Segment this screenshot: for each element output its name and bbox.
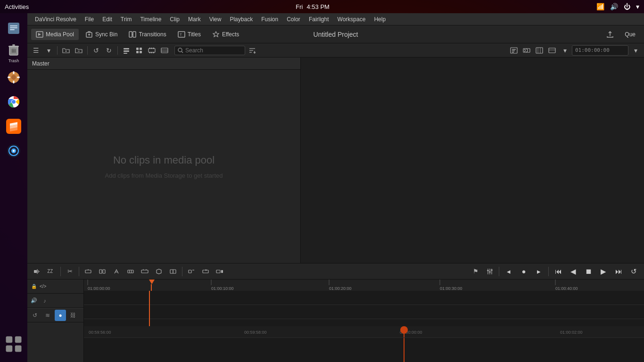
media-pool-panel: Master No clips in media pool Add clips … [27,58,301,263]
svg-rect-31 [129,32,132,37]
refresh-button[interactable]: ↺ [91,45,102,56]
tl-flag-button[interactable]: ⚑ [470,265,482,278]
options-dropdown-button[interactable]: ▾ [559,45,570,56]
tl-edit2-button[interactable] [199,265,212,278]
waveform-btn[interactable]: ≋ [42,310,53,321]
auto-select-btn[interactable]: ↺ [29,310,41,321]
quick-export-button[interactable]: Que [620,29,640,40]
effects-label: Effects [222,31,239,38]
power-icon[interactable]: ⏻ [624,3,630,10]
svg-rect-28 [15,346,22,352]
dock-item-davinci[interactable] [3,140,24,161]
timeline-zz-button[interactable]: ZZ [45,265,58,278]
audio-view-button[interactable] [521,45,532,56]
dock-item-trash[interactable]: Trash [3,42,24,63]
svg-rect-48 [153,52,154,53]
time-label: 4:53 PM [307,3,330,10]
activities-label[interactable]: Activities [5,3,29,10]
timeline-audio-icon[interactable] [31,265,43,278]
media-pool-button[interactable]: Media Pool [31,29,79,40]
track-music-btn[interactable]: ♪ [40,296,50,305]
add-folder-button[interactable] [60,45,72,56]
skip-to-start-button[interactable]: ⏮ [552,265,565,278]
svg-rect-25 [6,337,13,343]
ruler2-mark-2: 00:59:58:00 [244,330,267,335]
dock: Trash [0,13,27,362]
tl-tool6-button[interactable] [153,265,165,278]
menu-davinci[interactable]: DaVinci Resolve [31,15,80,24]
upload-button[interactable] [604,28,616,41]
redo-button[interactable]: ↻ [103,45,115,56]
play-button[interactable]: ▶ [597,265,610,278]
menu-color[interactable]: Color [283,15,304,24]
view-list2-button[interactable] [159,45,170,56]
tl-edit3-button[interactable] [214,265,226,278]
menu-mark[interactable]: Mark [184,15,205,24]
arrow-down-icon[interactable]: ▾ [636,3,639,10]
tl-tool2-button[interactable] [96,265,108,278]
transitions-button[interactable]: Transitions [124,29,171,40]
menu-fairlight[interactable]: Fairlight [305,15,333,24]
dock-item-settings[interactable] [3,67,24,88]
link-btn[interactable]: ⛓ [67,310,79,321]
panel-toggle-button[interactable]: ☰ [30,45,41,56]
ruler-ticks [84,280,644,291]
dock-item-sublime[interactable] [3,116,24,137]
clip-options-button[interactable] [546,45,558,56]
nav-prev-button[interactable]: ◂ [502,265,515,278]
stop-button[interactable]: ⏹ [582,265,595,278]
skip-to-end-button[interactable]: ⏭ [612,265,625,278]
sync-bin-button[interactable]: Sync Bin [81,29,122,40]
svg-rect-85 [221,270,223,273]
titles-button[interactable]: T Titles [173,29,206,40]
nav-next-button[interactable]: ▸ [532,265,545,278]
wifi-icon[interactable]: 📶 [596,3,604,10]
snap-btn[interactable]: ● [55,310,66,321]
tl-tool4-button[interactable] [124,265,137,278]
panel-toggle-down-button[interactable]: ▾ [43,45,54,56]
menu-trim[interactable]: Trim [117,15,136,24]
effects-button[interactable]: Effects [207,29,244,40]
search-box[interactable] [174,46,245,55]
nav-marker-button[interactable]: ● [517,265,530,278]
menu-file[interactable]: File [81,15,98,24]
menu-clip[interactable]: Clip [166,15,183,24]
metadata-button[interactable] [508,45,520,56]
remove-folder-button[interactable] [73,45,84,56]
dock-item-grid[interactable] [3,334,24,354]
view-filmstrip-button[interactable] [146,45,157,56]
tl-edit1-button[interactable] [185,265,198,278]
loop-button[interactable]: ↺ [627,265,640,278]
tl-tool3-button[interactable] [110,265,123,278]
display-options-button[interactable] [534,45,545,56]
timeline-tracks: 🔒 </> 🔊 ♪ ↺ ≋ ● ⛓ [27,280,644,362]
menu-timeline[interactable]: Timeline [136,15,165,24]
menu-edit[interactable]: Edit [99,15,116,24]
svg-text:ZZ: ZZ [47,269,53,274]
view-list-button[interactable] [121,45,132,56]
menu-help[interactable]: Help [370,15,389,24]
tl-mixer-button[interactable] [484,265,496,278]
cut-button[interactable]: ✂ [64,265,76,278]
menu-playback[interactable]: Playback [226,15,256,24]
timeline-content-area: 01:00:00:00 01:00:10:00 01:00:20:00 01:0… [84,280,644,362]
dock-item-files[interactable] [3,18,24,39]
menu-fusion[interactable]: Fusion [257,15,282,24]
step-back-button[interactable]: ◀ [567,265,580,278]
track-audio-btn[interactable]: 🔊 [29,296,39,305]
tl-tool1-button[interactable] [82,265,94,278]
menu-view[interactable]: View [206,15,225,24]
titles-label: Titles [188,31,201,38]
svg-rect-14 [13,81,15,83]
toolbar-right: Que [604,28,640,41]
sort-button[interactable] [247,45,258,56]
timecode-options-button[interactable]: ▾ [630,45,641,56]
search-input[interactable] [185,47,242,54]
svg-rect-58 [512,49,516,50]
tl-tool7-button[interactable] [167,265,179,278]
view-grid-button[interactable] [133,45,145,56]
tl-tool5-button[interactable] [139,265,151,278]
dock-item-chrome[interactable] [3,91,24,112]
volume-icon[interactable]: 🔊 [610,3,618,10]
menu-workspace[interactable]: Workspace [334,15,370,24]
